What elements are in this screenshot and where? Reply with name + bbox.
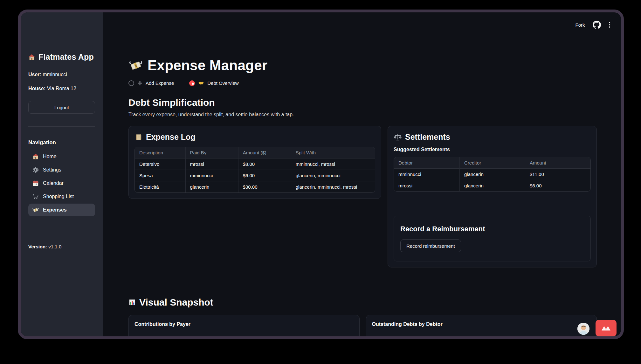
- receipt-icon: [134, 133, 143, 141]
- app-logo: Flatmates App: [28, 52, 95, 62]
- table-cell: $30.00: [238, 181, 291, 192]
- handshake-icon: [198, 80, 204, 86]
- sidebar-item-label: Settings: [43, 167, 61, 173]
- house-line: House: Via Roma 12: [28, 86, 95, 91]
- sidebar-item-label: Home: [43, 154, 57, 159]
- sidebar-item-expenses[interactable]: $ Expenses: [28, 204, 95, 216]
- column-header: Amount ($): [238, 147, 291, 158]
- avatar[interactable]: [577, 323, 589, 335]
- topbar: Fork: [576, 21, 611, 29]
- version-line: Version: v1.1.0: [28, 244, 95, 249]
- table-cell: Spesa: [135, 170, 185, 181]
- sidebar-item-label: Calendar: [43, 180, 64, 186]
- table-cell: mrossi: [185, 158, 238, 170]
- settlements-table: DebtorCreditorAmountmminnucciglancerin$1…: [394, 157, 591, 192]
- table-cell: mminnucci, mrossi: [291, 158, 375, 170]
- sidebar-item-settings[interactable]: Settings: [28, 164, 95, 176]
- sidebar: Flatmates App User: mminnucci House: Via…: [21, 12, 103, 336]
- view-radio-group: Add Expense Debt Overview: [128, 80, 597, 86]
- sidebar-nav: Home Settings 17 Calendar Shopping List …: [28, 150, 95, 216]
- version-value: v1.1.0: [48, 244, 61, 249]
- streamlit-crown-icon: [601, 325, 611, 332]
- money-wings-icon: $: [32, 206, 39, 213]
- table-cell: glancerin: [459, 180, 525, 191]
- section-caption: Track every expense, understand the spli…: [128, 112, 597, 118]
- nav-title: Navigation: [28, 139, 95, 146]
- table-cell: glancerin: [185, 181, 238, 192]
- table-row: Elettricitàglancerin$30.00glancerin, mmi…: [135, 181, 375, 192]
- table-cell: $6.00: [238, 170, 291, 181]
- reimbursement-box: Record a Reimbursement Record reimbursem…: [394, 216, 591, 261]
- table-header-row: DescriptionPaid ByAmount ($)Split With: [135, 147, 375, 158]
- gear-icon: [32, 166, 39, 173]
- app-window: Flatmates App User: mminnucci House: Via…: [18, 10, 624, 339]
- expense-log-title: Expense Log: [146, 132, 196, 142]
- section-heading: Debt Simplification: [128, 97, 597, 108]
- table-cell: glancerin, mminnucci, mrossi: [291, 181, 375, 192]
- bar-chart-icon: [128, 299, 136, 306]
- user-value: mminnucci: [43, 72, 67, 77]
- table-cell: Elettricità: [135, 181, 185, 192]
- chart-title: Outstanding Debts by Debtor: [372, 321, 591, 327]
- sidebar-divider: [28, 229, 95, 229]
- sidebar-item-home[interactable]: Home: [28, 150, 95, 163]
- charts-row: Contributions by Payer Outstanding Debts…: [128, 315, 597, 336]
- radio-circle: [128, 80, 134, 86]
- sidebar-item-shopping-list[interactable]: Shopping List: [28, 190, 95, 203]
- house-icon: [32, 153, 39, 160]
- user-label: User:: [28, 72, 41, 77]
- section-divider: [128, 283, 597, 283]
- column-header: Paid By: [185, 147, 238, 158]
- calendar-icon: 17: [32, 180, 39, 187]
- sidebar-item-label: Expenses: [43, 207, 67, 213]
- overflow-menu-icon[interactable]: [609, 21, 611, 28]
- expense-log-table: DescriptionPaid ByAmount ($)Split WithDe…: [134, 147, 375, 193]
- tables-row: Expense Log DescriptionPaid ByAmount ($)…: [128, 126, 597, 267]
- radio-label: Add Expense: [146, 80, 174, 86]
- cart-icon: [32, 193, 39, 200]
- column-header: Amount: [525, 157, 590, 169]
- page-title: Expense Manager: [148, 57, 267, 73]
- expense-log-card: Expense Log DescriptionPaid ByAmount ($)…: [128, 126, 381, 199]
- plus-icon: [137, 80, 143, 86]
- app-title: Flatmates App: [38, 52, 94, 62]
- version-label: Version:: [28, 244, 47, 249]
- svg-text:17: 17: [34, 183, 37, 186]
- sidebar-item-calendar[interactable]: 17 Calendar: [28, 177, 95, 190]
- house-icon: [28, 54, 35, 61]
- github-icon[interactable]: [593, 21, 601, 29]
- streamlit-badge[interactable]: [596, 320, 617, 336]
- table-cell: glancerin, mminnucci: [291, 170, 375, 181]
- column-header: Creditor: [459, 157, 525, 169]
- column-header: Split With: [291, 147, 375, 158]
- radio-circle: [189, 80, 195, 86]
- sidebar-item-label: Shopping List: [43, 194, 74, 199]
- settlements-card: Settlements Suggested Settlements Debtor…: [388, 126, 597, 267]
- logout-button[interactable]: Logout: [28, 101, 95, 114]
- main-content: Fork $ Expense Manager Add Expense Debt: [103, 12, 621, 336]
- scales-icon: [394, 133, 402, 141]
- table-row: Spesamminnucci$6.00glancerin, mminnucci: [135, 170, 375, 181]
- radio-add-expense[interactable]: Add Expense: [128, 80, 174, 86]
- table-cell: glancerin: [459, 169, 525, 180]
- record-reimbursement-button[interactable]: Record reimbursement: [400, 239, 461, 252]
- column-header: Description: [135, 147, 185, 158]
- sidebar-divider: [28, 126, 95, 127]
- radio-debt-overview[interactable]: Debt Overview: [189, 80, 238, 86]
- column-header: Debtor: [394, 157, 459, 169]
- table-row: mrossiglancerin$6.00: [394, 180, 590, 191]
- visual-snapshot-title: Visual Snapshot: [139, 297, 213, 308]
- fork-button[interactable]: Fork: [576, 22, 585, 28]
- contributions-chart-card: Contributions by Payer: [128, 315, 360, 336]
- house-label: House:: [28, 86, 45, 91]
- user-line: User: mminnucci: [28, 72, 95, 78]
- page-title-row: $ Expense Manager: [128, 57, 597, 73]
- table-row: Detersivomrossi$8.00mminnucci, mrossi: [135, 158, 375, 170]
- suggested-settlements-subtitle: Suggested Settlements: [394, 147, 591, 152]
- chart-title: Contributions by Payer: [134, 321, 354, 327]
- table-row: mminnucciglancerin$11.00: [394, 169, 590, 180]
- table-cell: $6.00: [525, 180, 590, 191]
- table-cell: Detersivo: [135, 158, 185, 170]
- table-header-row: DebtorCreditorAmount: [394, 157, 590, 169]
- reimbursement-heading: Record a Reimbursement: [400, 225, 584, 233]
